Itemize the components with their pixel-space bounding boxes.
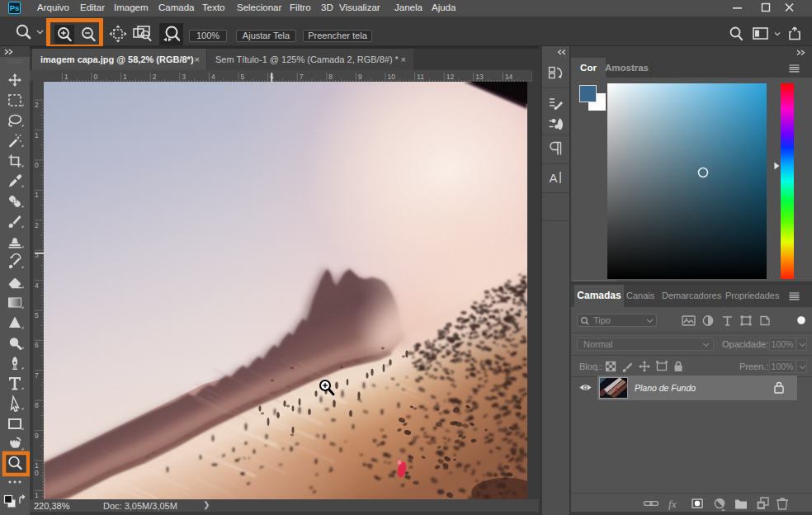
svg-text:4: 4 [35,281,39,290]
svg-text:1: 1 [35,131,39,139]
svg-text:0: 0 [94,73,98,81]
svg-text:6: 6 [35,341,39,349]
svg-text:9: 9 [358,73,362,81]
svg-text:2: 2 [35,101,39,109]
svg-text:2: 2 [35,221,39,229]
svg-text:2: 2 [153,73,157,81]
svg-text:1: 1 [35,191,39,199]
svg-text:0: 0 [35,161,39,169]
svg-text:13: 13 [475,73,484,81]
svg-text:3: 3 [35,251,39,259]
svg-text:10: 10 [388,73,396,81]
svg-text:14: 14 [505,73,513,81]
svg-text:0: 0 [35,469,39,477]
svg-text:12: 12 [446,73,455,81]
svg-text:11: 11 [417,73,424,81]
svg-text:1: 1 [64,73,68,81]
svg-text:4: 4 [211,73,215,81]
svg-text:A: A [550,171,558,185]
svg-text:7: 7 [35,371,39,380]
svg-text:fx: fx [668,498,677,510]
svg-text:3: 3 [182,73,186,81]
svg-text:5: 5 [241,73,245,81]
svg-text:7: 7 [300,73,304,81]
svg-text:8: 8 [35,401,39,409]
svg-text:8: 8 [328,73,333,81]
svg-text:5: 5 [35,311,39,319]
svg-text:9: 9 [35,432,39,440]
svg-text:1: 1 [123,73,127,81]
